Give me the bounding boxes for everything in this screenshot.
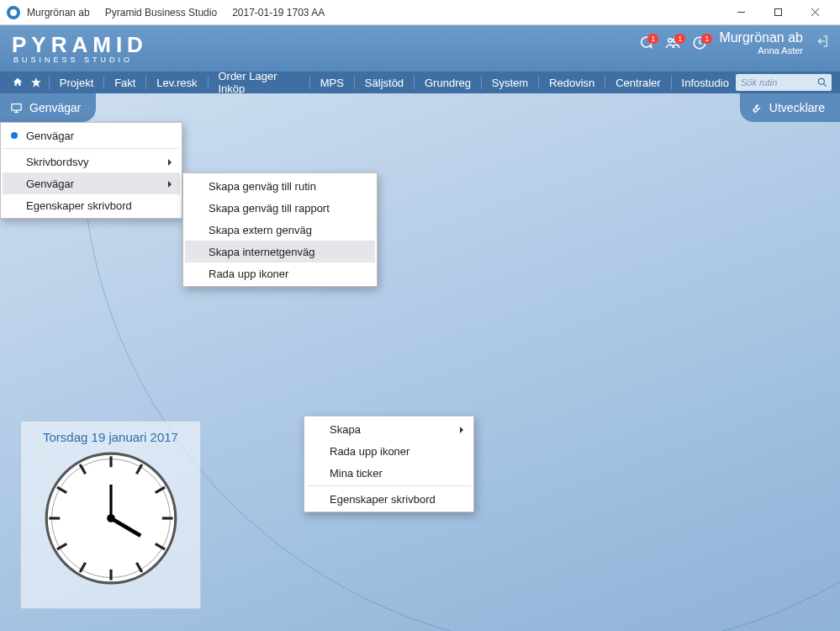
menu-item-skrivbordsvy[interactable]: Skrivbordsvy [3,151,180,172]
tab-right-label: Utvecklare [769,101,825,114]
menu-levresk[interactable]: Lev.resk [150,72,203,93]
context-skapa[interactable]: Skapa [306,418,472,440]
titlebar-app: Pyramid Business Studio [105,7,217,19]
logo-subtext: BUSINESS STUDIO [13,56,148,64]
menu-mps[interactable]: MPS [314,72,351,93]
desktop-context-menu: Skapa Rada upp ikoner Mina ticker Egensk… [304,416,474,512]
svg-point-28 [107,514,115,522]
tab-left-label: Genvägar [29,101,81,114]
clock-icon [44,451,178,586]
close-button[interactable] [796,0,833,25]
bullet-icon [11,132,18,139]
desktop-area[interactable]: Genvägar Utvecklare Genvägar Skrivbordsv… [0,93,840,631]
chat-badge: 1 [647,34,658,44]
search-input[interactable] [741,77,816,87]
home-icon[interactable] [8,77,27,88]
svg-point-7 [818,78,824,84]
app-icon [7,6,20,19]
menu-fakt[interactable]: Fakt [108,72,142,93]
submenu-skapa-internet[interactable]: Skapa internetgenväg [185,241,375,262]
chevron-right-icon [458,423,465,436]
svg-rect-2 [774,9,781,16]
titlebar-datetime: 2017-01-19 1703 AA [232,7,325,19]
shortcuts-submenu: Skapa genväg till rutin Skapa genväg til… [182,172,378,287]
submenu-skapa-extern[interactable]: Skapa extern genväg [185,219,375,241]
context-egenskaper[interactable]: Egenskaper skrivbord [306,488,472,510]
chevron-right-icon [166,178,173,190]
main-menubar: Projekt Fakt Lev.resk Order Lager Inköp … [0,72,840,93]
menu-item-genvagar[interactable]: Genvägar [3,172,180,194]
wrench-icon [750,102,763,114]
context-rada-upp[interactable]: Rada upp ikoner [306,440,472,462]
history-icon[interactable]: 1 [692,35,707,50]
brand-header: PYRAMID BUSINESS STUDIO 1 1 1 Murgrönan … [0,25,840,72]
maximize-button[interactable] [759,0,796,25]
clock-widget: Torsdag 19 januari 2017 [20,421,201,609]
users-badge: 1 [674,34,685,44]
logo-text: PYRAMID [12,34,148,56]
menu-redovisn[interactable]: Redovisn [542,72,601,93]
account-block[interactable]: Murgrönan ab Anna Aster [719,30,803,56]
menu-grundreg[interactable]: Grundreg [418,72,478,93]
users-icon[interactable]: 1 [665,35,680,50]
menu-system[interactable]: System [485,72,535,93]
history-badge: 1 [701,34,712,44]
tab-genvagar[interactable]: Genvägar [0,93,96,122]
company-name: Murgrönan ab [719,30,803,45]
window-titlebar: Murgrönan ab Pyramid Business Studio 201… [0,0,840,25]
tab-utvecklare[interactable]: Utvecklare [740,93,840,122]
menu-projekt[interactable]: Projekt [53,72,100,93]
search-icon [816,77,828,88]
monitor-icon [10,102,23,114]
shortcuts-menu: Genvägar Skrivbordsvy Genvägar Egenskape… [0,122,182,219]
svg-point-0 [10,9,17,16]
logout-icon[interactable] [815,34,830,52]
menu-infostudio[interactable]: Infostudio [675,72,736,93]
menu-centraler[interactable]: Centraler [609,72,667,93]
menu-item-genvagar-top[interactable]: Genvägar [3,125,180,146]
widget-date: Torsdag 19 januari 2017 [31,430,190,444]
svg-line-8 [823,83,826,86]
menu-saljstod[interactable]: Säljstöd [358,72,410,93]
svg-point-5 [668,39,673,43]
context-mina-ticker[interactable]: Mina ticker [306,462,472,484]
submenu-rada-upp[interactable]: Rada upp ikoner [185,262,375,284]
submenu-skapa-rutin[interactable]: Skapa genväg till rutin [185,175,375,197]
minimize-button[interactable] [722,0,759,25]
titlebar-company: Murgrönan ab [27,7,90,19]
search-box[interactable] [736,74,832,91]
menu-order[interactable]: Order Lager Inköp [211,72,305,93]
user-name: Anna Aster [719,45,803,56]
chevron-right-icon [166,156,173,168]
svg-rect-9 [12,103,21,110]
chat-icon[interactable]: 1 [638,35,653,50]
star-icon[interactable] [27,77,45,88]
submenu-skapa-rapport[interactable]: Skapa genväg till rapport [185,197,375,219]
menu-item-egenskaper[interactable]: Egenskaper skrivbord [3,194,180,216]
